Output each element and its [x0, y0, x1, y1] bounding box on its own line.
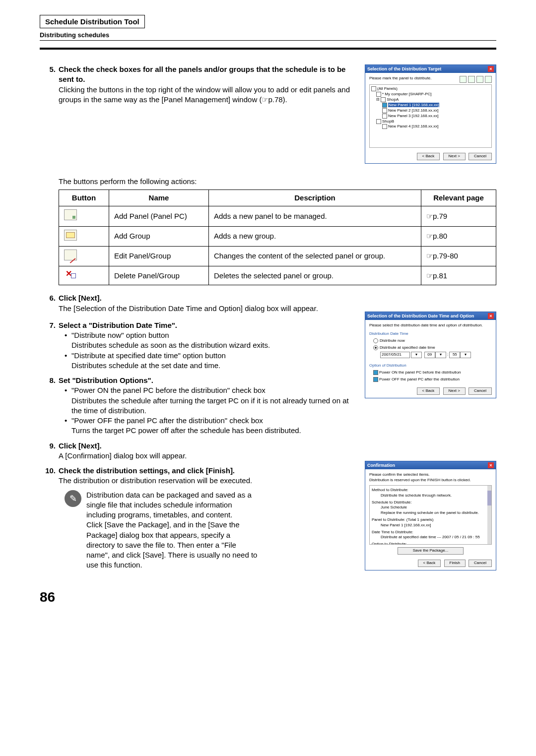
step7-b2: "Distribute at specified date time" opti…	[71, 351, 226, 360]
tree-root: (All Panels)	[377, 86, 398, 91]
cancel-button[interactable]: Cancel	[469, 153, 492, 160]
th-name: Name	[109, 190, 209, 206]
step9-heading: Click [Next].	[59, 441, 102, 450]
minute-field[interactable]: 55	[449, 352, 460, 358]
row1-page: ☞p.80	[421, 226, 496, 246]
step7-b2desc: Distributes schedule at the set date and…	[71, 361, 220, 370]
conf-datetime: Date Time to Distribute:	[372, 530, 489, 535]
delete-icon	[64, 269, 76, 279]
tree-shopB: ShopB	[382, 119, 394, 124]
scrollbar[interactable]	[487, 491, 491, 505]
row1-desc: Adds a new group.	[209, 226, 421, 246]
dialog3-l2: Distribution is reserved upon the FINISH…	[369, 478, 492, 483]
cancel-button[interactable]: Cancel	[469, 387, 492, 395]
step8-b2: "Power OFF the panel PC after the distri…	[71, 416, 263, 425]
step10-heading: Check the distribution settings, and cli…	[59, 466, 235, 475]
dialog1-title: Selection of the Distribution Target	[367, 66, 441, 72]
tree-panel2[interactable]: New Panel 2 [192.168.xx.xx]	[388, 108, 438, 113]
tree-panel4[interactable]: New Panel 4 [192.168.xx.xx]	[388, 125, 438, 129]
edit-icon	[64, 250, 77, 260]
tree-panel1[interactable]: New Panel 1 [192.168.xx.xx]	[388, 103, 439, 107]
tree-shopA: ShopA	[387, 97, 399, 102]
step9-num: 9.	[40, 441, 59, 451]
next-button[interactable]: Next >	[443, 387, 466, 395]
add-panel-icon[interactable]	[460, 76, 467, 83]
table-intro: The buttons perform the following action…	[59, 177, 496, 187]
th-page: Relevant page	[421, 190, 496, 206]
conf-datetime-val: Distribute at specified date time --- 20…	[381, 535, 489, 540]
step5-heading: Check the check boxes for all the panels…	[59, 65, 345, 83]
th-desc: Description	[209, 190, 421, 206]
delete-icon[interactable]	[485, 76, 492, 83]
row0-name: Add Panel (Panel PC)	[109, 206, 209, 226]
tree-mycomputer: * My computer [SHARP-PC]	[382, 92, 432, 96]
step8-b1: "Power ON the panel PC before the distri…	[71, 386, 266, 394]
conf-panel-val: New Panel 1 [192.168.xx.xx]	[381, 523, 489, 528]
date-field[interactable]: 2007/05/21	[380, 352, 410, 358]
row0-desc: Adds a new panel to be managed.	[209, 206, 421, 226]
close-icon[interactable]: ×	[488, 462, 494, 468]
edit-icon[interactable]	[476, 76, 483, 83]
step8-num: 8.	[40, 376, 59, 385]
dialog1-instruction: Please mark the panel to distribute.	[369, 76, 431, 83]
next-button[interactable]: Next >	[443, 153, 466, 160]
add-group-icon	[64, 230, 77, 241]
hour-field[interactable]: 09	[424, 352, 435, 358]
back-button[interactable]: < Back	[417, 387, 440, 395]
row3-name: Delete Panel/Group	[109, 266, 209, 285]
checkbox-poweron[interactable]	[373, 370, 378, 375]
step9-body: A [Confirmation] dialog box will appear.	[59, 451, 187, 460]
step7-b1desc: Distributes schedule as soon as the dist…	[71, 341, 270, 349]
cancel-button[interactable]: Cancel	[469, 560, 492, 567]
checkbox-poweron-label: Power ON the panel PC before the distrib…	[379, 370, 461, 375]
row1-name: Add Group	[109, 226, 209, 246]
radio-now-label: Distribute now	[380, 338, 405, 343]
radio-specified-label: Distribute at specified date time	[380, 345, 435, 350]
tip-icon: ✎	[65, 490, 81, 507]
dialog3-title: Confirmation	[367, 462, 395, 468]
row0-page: ☞p.79	[421, 206, 496, 226]
close-icon[interactable]: ×	[488, 66, 494, 72]
finish-button[interactable]: Finish	[444, 560, 466, 567]
conf-option: Option to Distribute:	[372, 542, 489, 545]
radio-specified[interactable]	[373, 345, 378, 350]
dialog-confirmation: Confirmation × Please confirm the select…	[365, 461, 496, 570]
dialog-distribution-target: Selection of the Distribution Target × P…	[365, 64, 496, 164]
row3-desc: Deletes the selected panel or group.	[209, 266, 421, 285]
step7-num: 7.	[40, 320, 59, 330]
row2-desc: Changes the content of the selected pane…	[209, 246, 421, 266]
buttons-table: Button Name Description Relevant page Ad…	[59, 189, 496, 285]
th-button: Button	[59, 190, 109, 206]
page-number: 86	[40, 589, 496, 605]
dialog2-instruction: Please select the distribution date time…	[369, 323, 492, 328]
save-package-button[interactable]: Save the Package...	[398, 547, 464, 555]
back-button[interactable]: < Back	[418, 560, 441, 567]
dialog3-l1: Please confirm the selected items.	[369, 472, 492, 478]
tip1: Distribution data can be packaged and sa…	[86, 491, 252, 519]
step6-num: 6.	[40, 293, 59, 303]
step7-heading: Select a "Distribution Date Time".	[59, 321, 177, 329]
step7-b1: "Distribute now" option button	[71, 331, 169, 339]
tree-panel3[interactable]: New Panel 3 [192.168.xx.xx]	[388, 114, 438, 118]
conf-schedule: Schedule to Distribute:	[372, 500, 489, 505]
close-icon[interactable]: ×	[488, 313, 494, 319]
add-group-icon[interactable]	[468, 76, 475, 83]
step5-num: 5.	[40, 64, 59, 74]
step8-b2desc: Turns the target PC power off after the …	[71, 426, 301, 435]
step6-heading: Click [Next].	[59, 294, 102, 302]
header-title: Schedule Distribution Tool	[40, 15, 145, 28]
back-button[interactable]: < Back	[417, 153, 440, 160]
radio-now[interactable]	[373, 338, 378, 343]
row2-name: Edit Panel/Group	[109, 246, 209, 266]
conf-schedule-val1: June Schedule	[381, 505, 489, 510]
step6-body: The [Selection of the Distribution Date …	[59, 304, 318, 313]
dialog2-title: Selection of the Distribution Date Time …	[367, 313, 474, 319]
step8-heading: Set "Distribution Options".	[59, 376, 153, 384]
conf-panel: Panel to Distribute: (Total 1 panels)	[372, 517, 489, 523]
checkbox-poweroff[interactable]	[373, 377, 378, 382]
dialog-datetime-option: Selection of the Distribution Date Time …	[365, 312, 496, 398]
tip2: Click [Save the Package], and in the [Sa…	[86, 520, 257, 569]
step10-body: The distribution or distribution reserva…	[59, 476, 252, 485]
add-panel-icon	[64, 209, 77, 220]
row3-page: ☞p.81	[421, 266, 496, 285]
